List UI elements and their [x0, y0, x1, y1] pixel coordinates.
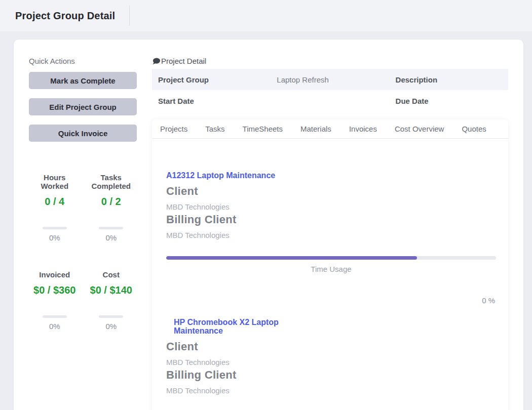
detail-table: Project Group Laptop Refresh Description… — [152, 69, 508, 111]
billing-client-name: MBD Technologies — [166, 386, 496, 395]
detail-row: Start Date Due Date — [152, 90, 508, 111]
project-link[interactable]: A12312 Laptop Maintenance — [166, 171, 275, 180]
stat-progress-bar — [99, 315, 123, 318]
quick-actions-panel: Quick Actions Mark as Complete Edit Proj… — [29, 57, 137, 410]
stat-value: $0 / $360 — [29, 283, 81, 297]
field-value-project-group: Laptop Refresh — [271, 75, 389, 84]
tab-tasks[interactable]: Tasks — [205, 125, 224, 133]
time-usage-label: Time Usage — [166, 265, 496, 273]
stat-label: Invoiced — [29, 270, 81, 279]
stat-percent: 0% — [86, 322, 137, 331]
project-card: A12312 Laptop Maintenance Client MBD Tec… — [166, 171, 496, 305]
detail-row: Project Group Laptop Refresh Description — [152, 69, 508, 90]
stats-grid: Hours Worked 0 / 4 0% Tasks Completed 0 … — [29, 173, 137, 331]
usage-percent: 0 % — [166, 296, 496, 305]
field-label-description: Description — [390, 75, 508, 84]
stat-percent: 0% — [29, 233, 81, 242]
project-link[interactable]: HP Chromebook X2 Laptop Maintenance — [174, 318, 285, 335]
tab-row: Projects Tasks TimeSheets Materials Invo… — [152, 119, 508, 139]
stat-value: $0 / $140 — [86, 283, 137, 297]
mark-as-complete-button[interactable]: Mark as Complete — [29, 72, 137, 89]
quick-actions-label: Quick Actions — [29, 57, 137, 65]
edit-project-group-button[interactable]: Edit Project Group — [29, 98, 137, 115]
tab-materials[interactable]: Materials — [300, 125, 331, 133]
project-detail-header: Project Detail — [152, 57, 508, 65]
stat-hours-worked: Hours Worked 0 / 4 0% — [29, 173, 81, 242]
client-heading: Client — [166, 185, 496, 198]
project-card: HP Chromebook X2 Laptop Maintenance Clie… — [166, 318, 496, 410]
field-label-due-date: Due Date — [390, 97, 508, 105]
tab-timesheets[interactable]: TimeSheets — [243, 125, 283, 133]
stat-invoiced: Invoiced $0 / $360 0% — [29, 270, 81, 331]
stat-percent: 0% — [29, 322, 81, 331]
project-detail-panel: Project Detail Project Group Laptop Refr… — [152, 57, 508, 410]
time-usage-progress-bar — [166, 256, 496, 260]
tab-cost-overview[interactable]: Cost Overview — [395, 125, 444, 133]
project-cards: A12312 Laptop Maintenance Client MBD Tec… — [152, 139, 508, 410]
stat-progress-bar — [99, 227, 123, 229]
header-divider — [129, 6, 130, 26]
time-usage-progress-fill — [166, 256, 417, 260]
field-label-project-group: Project Group — [152, 75, 271, 84]
client-name: MBD Technologies — [166, 358, 496, 366]
billing-client-heading: Billing Client — [166, 213, 496, 226]
tab-invoices[interactable]: Invoices — [349, 125, 377, 133]
main-card: Quick Actions Mark as Complete Edit Proj… — [14, 39, 523, 410]
stat-cost: Cost $0 / $140 0% — [86, 270, 137, 331]
stat-value: 0 / 2 — [86, 195, 137, 209]
stat-tasks-completed: Tasks Completed 0 / 2 0% — [86, 173, 137, 242]
stat-progress-bar — [43, 227, 67, 229]
stat-label: Hours Worked — [29, 173, 81, 190]
section-title: Project Detail — [161, 57, 206, 65]
quick-invoice-button[interactable]: Quick Invoice — [29, 125, 137, 142]
billing-client-heading: Billing Client — [166, 368, 496, 382]
stat-label: Cost — [86, 270, 137, 279]
tab-projects[interactable]: Projects — [160, 125, 187, 133]
stat-label: Tasks Completed — [86, 173, 137, 190]
client-heading: Client — [166, 340, 496, 353]
billing-client-name: MBD Technologies — [166, 231, 496, 239]
stat-progress-bar — [43, 315, 67, 318]
stat-percent: 0% — [86, 233, 137, 242]
page-title: Project Group Detail — [15, 10, 115, 22]
field-label-start-date: Start Date — [152, 97, 271, 105]
stat-value: 0 / 4 — [29, 195, 81, 209]
top-header: Project Group Detail — [0, 0, 532, 31]
tabs-panel: Projects Tasks TimeSheets Materials Invo… — [152, 119, 508, 410]
comment-bubble-icon — [152, 57, 161, 65]
client-name: MBD Technologies — [166, 202, 496, 211]
tab-quotes[interactable]: Quotes — [462, 125, 486, 133]
